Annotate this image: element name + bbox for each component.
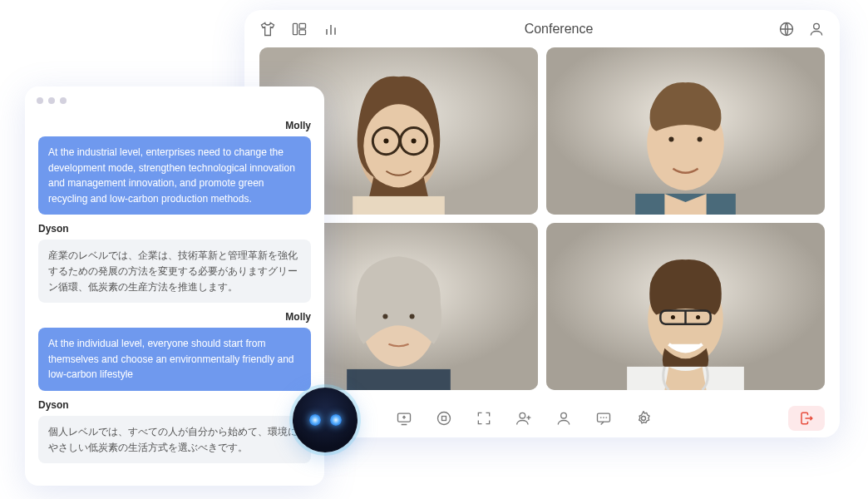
traffic-dot-close[interactable] xyxy=(37,97,43,104)
message-bubble: 個人レベルでは、すべての人が自分から始めて、環境にやさしい低炭素の生活方式を選ぶ… xyxy=(38,416,311,463)
message-bubble: At the industrial level, enterprises nee… xyxy=(38,136,311,215)
svg-point-15 xyxy=(412,139,417,144)
svg-rect-26 xyxy=(347,369,451,390)
video-grid xyxy=(244,47,840,398)
header-right-icons xyxy=(778,21,825,37)
svg-point-32 xyxy=(696,315,700,319)
globe-icon[interactable] xyxy=(778,21,795,37)
message-bubble: At the individual level, everyone should… xyxy=(38,328,311,391)
layout-icon[interactable] xyxy=(291,21,308,37)
bot-avatar[interactable] xyxy=(293,388,358,452)
svg-point-31 xyxy=(671,315,675,319)
header-left-icons xyxy=(259,21,339,37)
svg-point-35 xyxy=(438,412,451,424)
bot-eye-right xyxy=(330,414,342,426)
svg-rect-1 xyxy=(299,23,306,28)
leave-button[interactable] xyxy=(788,406,825,431)
conference-header: Conference xyxy=(244,10,840,47)
svg-point-14 xyxy=(383,139,388,144)
svg-point-20 xyxy=(698,137,703,142)
leave-icon xyxy=(799,411,814,426)
bot-eye-left xyxy=(309,414,321,426)
chat-window: Molly At the industrial level, enterpris… xyxy=(25,86,324,486)
svg-point-7 xyxy=(814,23,820,29)
settings-icon[interactable] xyxy=(635,410,652,427)
message-1: Molly At the industrial level, enterpris… xyxy=(38,120,311,215)
conference-window: Conference xyxy=(244,10,840,437)
chat-icon[interactable] xyxy=(595,410,612,427)
stats-icon[interactable] xyxy=(323,21,339,37)
svg-point-19 xyxy=(668,137,673,142)
svg-rect-36 xyxy=(442,416,446,420)
video-tile-4[interactable] xyxy=(546,223,825,390)
sender-label: Molly xyxy=(38,120,311,131)
svg-point-37 xyxy=(520,413,525,418)
chat-titlebar xyxy=(25,86,324,115)
message-3: Molly At the individual level, everyone … xyxy=(38,311,311,391)
fullscreen-icon[interactable] xyxy=(476,410,492,427)
video-tile-2[interactable] xyxy=(546,47,825,215)
traffic-dot-maximize[interactable] xyxy=(60,97,67,104)
svg-rect-2 xyxy=(299,29,306,34)
message-bubble: 産業のレベルでは、企業は、技術革新と管理革新を強化するための発展の方法を変更する… xyxy=(38,240,311,303)
svg-point-38 xyxy=(561,413,567,418)
svg-point-25 xyxy=(410,314,415,319)
traffic-dot-minimize[interactable] xyxy=(48,97,55,104)
svg-point-24 xyxy=(382,314,387,319)
svg-rect-16 xyxy=(353,196,445,215)
shirt-icon[interactable] xyxy=(259,21,276,37)
sender-label: Dyson xyxy=(38,223,311,235)
user-icon[interactable] xyxy=(808,21,825,37)
message-2: Dyson 産業のレベルでは、企業は、技術革新と管理革新を強化するための発展の方… xyxy=(38,223,311,303)
share-screen-icon[interactable] xyxy=(396,410,412,427)
conference-title: Conference xyxy=(339,22,778,37)
record-icon[interactable] xyxy=(436,410,452,427)
add-user-icon[interactable] xyxy=(515,410,532,427)
message-4: Dyson 個人レベルでは、すべての人が自分から始めて、環境にやさしい低炭素の生… xyxy=(38,399,311,463)
chat-body: Molly At the industrial level, enterpris… xyxy=(25,115,324,486)
svg-rect-0 xyxy=(293,23,298,34)
participants-icon[interactable] xyxy=(555,410,572,427)
sender-label: Dyson xyxy=(38,399,311,411)
sender-label: Molly xyxy=(38,311,311,323)
svg-point-40 xyxy=(642,416,646,420)
